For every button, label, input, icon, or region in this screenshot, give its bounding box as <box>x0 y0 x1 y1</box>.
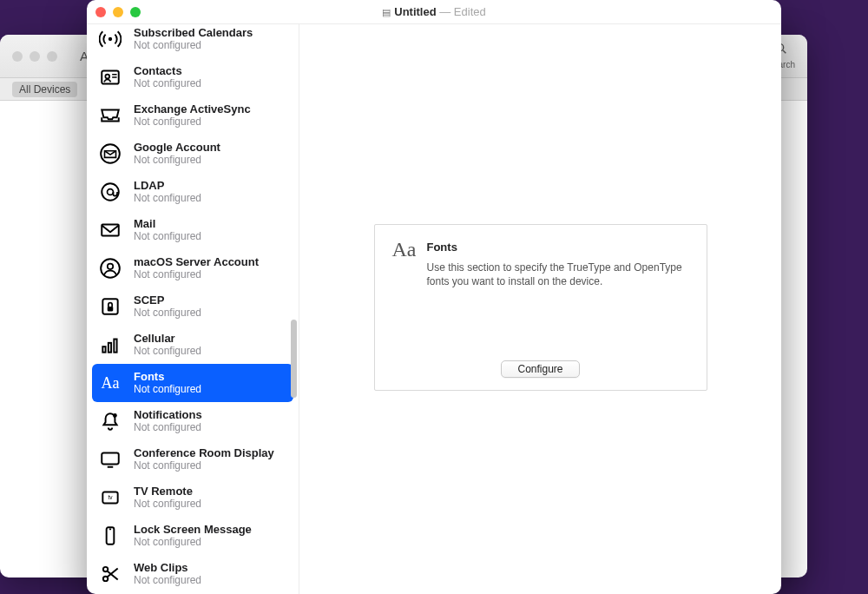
window-title: ▤Untitled — Edited <box>87 5 781 18</box>
sidebar-item-status: Not configured <box>134 498 201 511</box>
inbox-icon <box>97 102 123 129</box>
sidebar-item-web-clips[interactable]: Web ClipsNot configured <box>87 555 299 593</box>
sidebar-item-contacts[interactable]: ContactsNot configured <box>87 58 299 96</box>
sidebar-item-status: Not configured <box>134 575 201 587</box>
background-traffic-lights <box>12 51 57 62</box>
sidebar-item-lock-screen[interactable]: Lock Screen MessageNot configured <box>87 517 299 555</box>
sidebar-scrollbar[interactable] <box>291 320 297 398</box>
sidebar-item-label: Subscribed Calendars <box>134 27 253 40</box>
sidebar-item-label: TV Remote <box>134 485 201 498</box>
sidebar-item-label: Lock Screen Message <box>134 524 252 537</box>
sidebar-item-status: Not configured <box>134 269 259 281</box>
sidebar-item-label: Google Account <box>134 142 220 155</box>
traffic-light-disabled <box>30 51 40 62</box>
edited-indicator: — Edited <box>437 5 486 18</box>
sidebar-item-exchange-activesync[interactable]: Exchange ActiveSyncNot configured <box>87 96 299 135</box>
sidebar-item-tv-remote[interactable]: TV RemoteNot configured <box>87 478 299 517</box>
sidebar-item-label: Cellular <box>134 333 201 346</box>
sidebar-item-status: Not configured <box>134 231 201 243</box>
scissors-icon <box>97 561 123 587</box>
sidebar-item-status: Not configured <box>134 193 201 205</box>
sidebar-item-cellular[interactable]: CellularNot configured <box>87 326 299 364</box>
sidebar-item-status: Not configured <box>134 537 252 549</box>
sidebar-item-label: macOS Server Account <box>134 256 259 269</box>
fonts-icon: Aa <box>392 239 417 260</box>
sidebar-item-status: Not configured <box>134 40 253 52</box>
sidebar-item-status: Not configured <box>134 116 251 129</box>
phone-icon <box>97 523 123 549</box>
sidebar-item-scep[interactable]: SCEPNot configured <box>87 287 299 326</box>
bell-icon <box>97 408 123 434</box>
svg-line-1 <box>783 50 786 53</box>
envelope-circle-icon <box>97 141 123 167</box>
sidebar-item-label: Fonts <box>134 371 201 384</box>
traffic-lights <box>95 7 141 17</box>
sidebar-item-status: Not configured <box>134 346 201 358</box>
sidebar-item-label: Mail <box>134 218 201 231</box>
payload-detail-pane: Aa Fonts Use this section to specify the… <box>299 24 781 594</box>
aa-icon: Aa <box>97 370 123 396</box>
sidebar-item-conference-room[interactable]: Conference Room DisplayNot configured <box>87 440 299 478</box>
sidebar-item-label: Exchange ActiveSync <box>134 103 251 116</box>
sidebar-item-notifications[interactable]: NotificationsNot configured <box>87 402 299 440</box>
sidebar-item-label: SCEP <box>134 294 201 307</box>
traffic-light-disabled <box>47 51 57 62</box>
sidebar-item-label: Contacts <box>134 65 201 78</box>
filter-pill-all-devices[interactable]: All Devices <box>12 82 77 97</box>
sidebar-item-status: Not configured <box>134 155 220 167</box>
sidebar-item-status: Not configured <box>134 460 274 472</box>
sidebar-item-status: Not configured <box>134 78 201 90</box>
sidebar-item-label: LDAP <box>134 180 201 193</box>
sidebar-item-fonts[interactable]: AaFontsNot configured <box>92 364 293 402</box>
sidebar-item-macos-server[interactable]: macOS Server AccountNot configured <box>87 249 299 287</box>
at-icon <box>97 179 123 205</box>
titlebar[interactable]: ▤Untitled — Edited <box>87 0 781 24</box>
sidebar-item-mail[interactable]: MailNot configured <box>87 211 299 249</box>
minimize-button[interactable] <box>113 7 123 17</box>
lock-square-icon <box>97 294 123 320</box>
sidebar-item-google-account[interactable]: Google AccountNot configured <box>87 135 299 173</box>
broadcast-icon <box>97 26 123 52</box>
zoom-button[interactable] <box>130 7 141 17</box>
profile-circle-icon <box>97 255 123 281</box>
panel-title: Fonts <box>426 241 688 254</box>
monitor-icon <box>97 446 123 472</box>
document-name: Untitled <box>394 5 436 18</box>
fonts-panel: Aa Fonts Use this section to specify the… <box>374 224 707 391</box>
bars-icon <box>97 332 123 358</box>
configure-button[interactable]: Configure <box>501 360 579 378</box>
sidebar-item-label: Web Clips <box>134 562 201 575</box>
sidebar-item-status: Not configured <box>134 307 201 320</box>
document-icon: ▤ <box>382 7 391 17</box>
sidebar-item-label: Notifications <box>134 409 202 422</box>
tv-icon <box>97 485 123 511</box>
close-button[interactable] <box>95 7 106 17</box>
panel-description: Use this section to specify the TrueType… <box>426 261 688 288</box>
payload-sidebar[interactable]: Subscribed CalendarsNot configuredContac… <box>87 24 299 594</box>
traffic-light-disabled <box>12 51 23 62</box>
sidebar-item-status: Not configured <box>134 384 201 396</box>
contact-card-icon <box>97 64 123 90</box>
envelope-icon <box>97 217 123 243</box>
sidebar-item-label: Conference Room Display <box>134 447 274 460</box>
sidebar-item-status: Not configured <box>134 422 202 434</box>
sidebar-item-subscribed-calendars[interactable]: Subscribed CalendarsNot configured <box>87 24 299 58</box>
sidebar-item-ldap[interactable]: LDAPNot configured <box>87 173 299 211</box>
profile-editor-window: ▤Untitled — Edited Subscribed CalendarsN… <box>87 0 781 594</box>
